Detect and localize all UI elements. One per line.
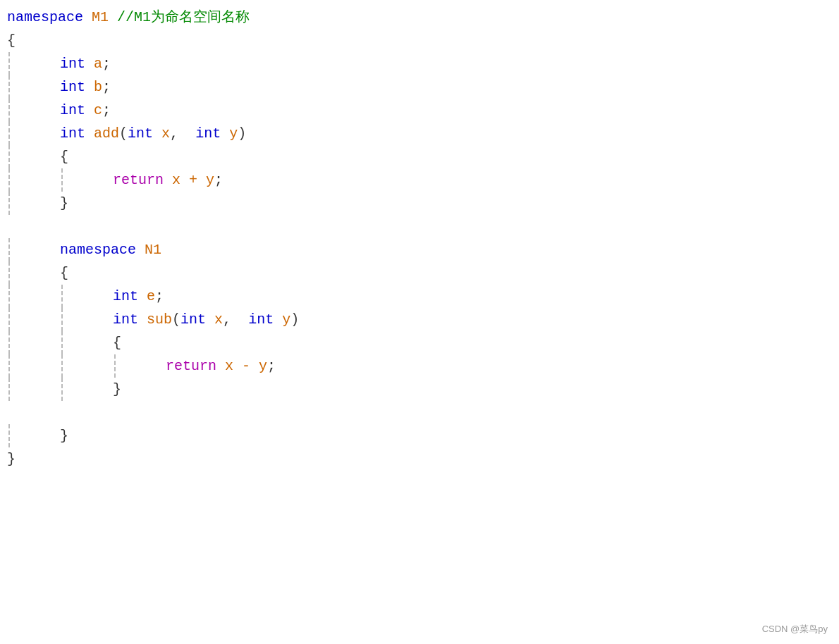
- indent-guide: [8, 378, 10, 401]
- token-kw-int: int: [113, 311, 138, 328]
- token-kw-namespace: namespace: [60, 242, 136, 258]
- token-text: [85, 102, 94, 118]
- token-text: ): [238, 125, 246, 142]
- token-text: ;: [102, 56, 111, 72]
- token-param: x: [172, 172, 180, 188]
- indent-guide: [8, 354, 10, 378]
- code-line: int c;: [0, 99, 839, 122]
- indent-guide: [61, 378, 63, 401]
- code-line: {: [0, 29, 839, 52]
- token-param: y: [282, 311, 290, 328]
- token-kw-int: int: [180, 311, 206, 328]
- token-brace: }: [113, 381, 121, 397]
- token-text: ;: [102, 102, 111, 118]
- token-text: [138, 288, 147, 304]
- token-param: x: [161, 125, 170, 142]
- code-line: return x + y;: [0, 168, 839, 192]
- token-var-name: e: [147, 288, 155, 304]
- token-text: ;: [267, 358, 276, 374]
- token-param: x: [214, 311, 223, 328]
- code-line: }: [0, 378, 839, 401]
- indent-guide: [61, 354, 63, 378]
- line-tokens: {: [60, 261, 68, 285]
- token-text: [136, 242, 145, 258]
- indent-guide: [8, 52, 10, 75]
- token-text: ): [290, 311, 299, 328]
- line-tokens: }: [7, 447, 16, 471]
- token-brace: {: [60, 149, 68, 165]
- token-ns-name: N1: [145, 242, 161, 258]
- line-tokens: int e;: [113, 285, 164, 308]
- code-line: }: [0, 447, 839, 471]
- token-text: [216, 358, 225, 374]
- token-text: [206, 311, 214, 328]
- code-line: }: [0, 424, 839, 447]
- token-kw-int: int: [248, 311, 274, 328]
- code-line: }: [0, 192, 839, 215]
- token-text: ;: [214, 172, 223, 188]
- token-text: [109, 9, 117, 25]
- indent-guide: [61, 308, 63, 331]
- token-operator: +: [189, 172, 197, 188]
- code-line: int a;: [0, 52, 839, 75]
- token-text: [85, 56, 94, 72]
- token-kw-int: int: [195, 125, 221, 142]
- line-tokens: }: [113, 378, 121, 401]
- token-brace: {: [113, 335, 121, 351]
- code-line: int sub(int x, int y): [0, 308, 839, 331]
- indent-guide: [8, 168, 10, 192]
- code-line: {: [0, 145, 839, 168]
- token-text: [85, 125, 94, 142]
- line-tokens: }: [60, 192, 68, 215]
- token-kw-int: int: [128, 125, 153, 142]
- indent-guide: [8, 238, 10, 261]
- token-text: [233, 358, 242, 374]
- line-tokens: {: [113, 331, 121, 354]
- line-tokens: }: [60, 424, 68, 447]
- token-text: [180, 172, 189, 188]
- token-ns-name: M1: [92, 9, 109, 25]
- token-text: [85, 79, 94, 95]
- token-kw-namespace: namespace: [7, 9, 83, 25]
- indent-guide: [8, 192, 10, 215]
- code-editor: namespace M1 //M1为命名空间名称{int a;int b;int…: [0, 0, 839, 476]
- indent-guide: [8, 261, 10, 285]
- token-text: (: [119, 125, 128, 142]
- line-tokens: return x - y;: [166, 354, 276, 378]
- token-brace: {: [7, 32, 16, 49]
- line-tokens: int a;: [60, 52, 111, 75]
- indent-guide: [8, 285, 10, 308]
- token-text: [153, 125, 161, 142]
- token-comment: //M1为命名空间名称: [117, 9, 250, 25]
- token-text: [197, 172, 206, 188]
- indent-guide: [8, 145, 10, 168]
- token-kw-return: return: [166, 358, 216, 374]
- token-brace: {: [60, 265, 68, 281]
- code-line: namespace N1: [0, 238, 839, 261]
- token-param: y: [206, 172, 214, 188]
- token-operator: -: [242, 358, 250, 374]
- line-tokens: int sub(int x, int y): [113, 308, 299, 331]
- token-text: [250, 358, 259, 374]
- token-brace: }: [7, 451, 16, 467]
- line-tokens: int b;: [60, 75, 111, 99]
- token-param: y: [259, 358, 267, 374]
- line-tokens: return x + y;: [113, 168, 223, 192]
- token-kw-return: return: [113, 172, 164, 188]
- indent-guide: [61, 331, 63, 354]
- code-line: {: [0, 331, 839, 354]
- token-kw-int: int: [113, 288, 138, 304]
- indent-guide: [8, 424, 10, 447]
- indent-guide: [8, 308, 10, 331]
- token-kw-int: int: [60, 79, 85, 95]
- token-text: [164, 172, 172, 188]
- token-text: ,: [170, 125, 195, 142]
- token-param: y: [229, 125, 238, 142]
- token-var-name: b: [94, 79, 102, 95]
- code-line: int b;: [0, 75, 839, 99]
- token-kw-int: int: [60, 102, 85, 118]
- token-kw-int: int: [60, 125, 85, 142]
- indent-guide: [8, 75, 10, 99]
- indent-guide: [61, 285, 63, 308]
- token-text: (: [172, 311, 180, 328]
